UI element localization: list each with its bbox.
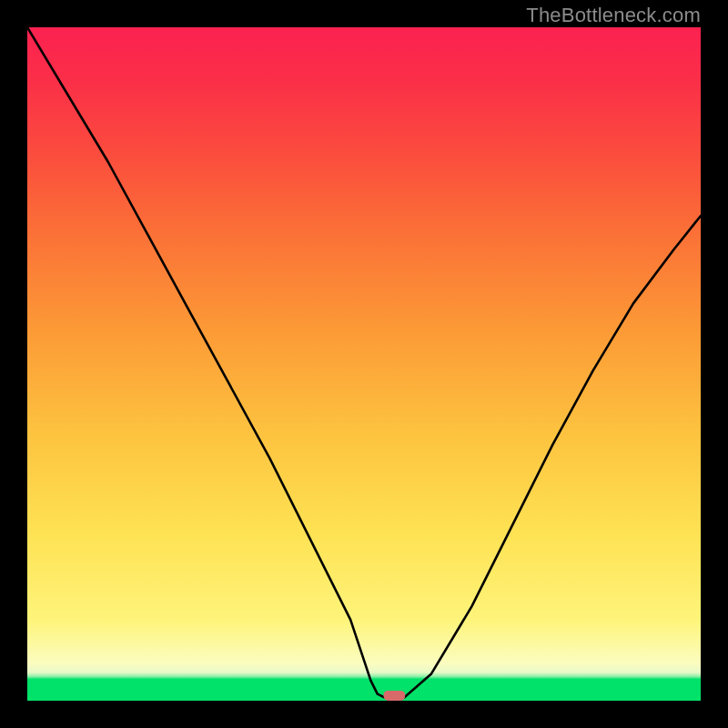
watermark-text: TheBottleneck.com — [526, 4, 701, 27]
curve-layer — [27, 27, 701, 701]
optimal-point-marker — [384, 691, 406, 701]
bottleneck-curve — [27, 27, 701, 701]
chart-frame: TheBottleneck.com — [0, 0, 728, 728]
plot-area — [27, 27, 701, 701]
